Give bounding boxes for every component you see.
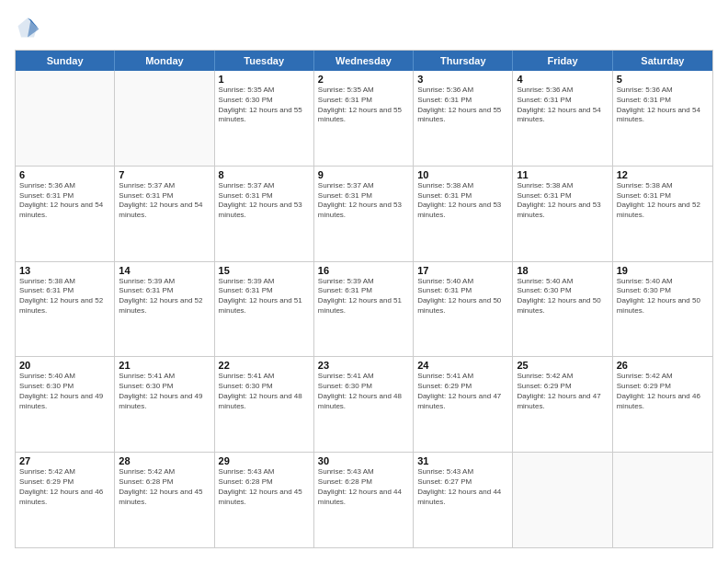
sunset-text: Sunset: 6:30 PM	[318, 382, 409, 392]
daylight-text: Daylight: 12 hours and 44 minutes.	[417, 488, 508, 508]
calendar-cell-5-2: 28Sunrise: 5:42 AMSunset: 6:28 PMDayligh…	[115, 453, 214, 547]
sunset-text: Sunset: 6:31 PM	[19, 286, 110, 296]
day-number: 11	[517, 169, 608, 180]
daylight-text: Daylight: 12 hours and 54 minutes.	[19, 201, 110, 221]
calendar-body: 1Sunrise: 5:35 AMSunset: 6:30 PMDaylight…	[16, 71, 712, 547]
daylight-text: Daylight: 12 hours and 50 minutes.	[417, 296, 508, 316]
sunrise-text: Sunrise: 5:42 AM	[19, 467, 110, 477]
sunrise-text: Sunrise: 5:40 AM	[517, 277, 608, 287]
sunset-text: Sunset: 6:30 PM	[219, 96, 310, 106]
header-day-monday: Monday	[115, 51, 214, 71]
daylight-text: Daylight: 12 hours and 49 minutes.	[19, 392, 110, 412]
calendar-cell-1-1	[16, 71, 115, 166]
sunset-text: Sunset: 6:28 PM	[219, 477, 310, 488]
sunrise-text: Sunrise: 5:41 AM	[219, 372, 310, 382]
sunset-text: Sunset: 6:31 PM	[119, 286, 210, 296]
calendar-cell-3-4: 16Sunrise: 5:39 AMSunset: 6:31 PMDayligh…	[314, 262, 414, 357]
sunset-text: Sunset: 6:29 PM	[19, 477, 110, 488]
sunset-text: Sunset: 6:31 PM	[517, 96, 608, 106]
daylight-text: Daylight: 12 hours and 51 minutes.	[219, 296, 310, 316]
sunset-text: Sunset: 6:31 PM	[219, 191, 310, 201]
daylight-text: Daylight: 12 hours and 48 minutes.	[318, 392, 409, 412]
sunset-text: Sunset: 6:31 PM	[318, 96, 409, 106]
day-number: 14	[119, 265, 210, 276]
day-number: 18	[517, 265, 608, 276]
sunrise-text: Sunrise: 5:36 AM	[417, 86, 508, 96]
sunset-text: Sunset: 6:27 PM	[417, 477, 508, 488]
logo-icon	[15, 15, 40, 40]
day-number: 17	[417, 265, 508, 276]
sunset-text: Sunset: 6:31 PM	[417, 96, 508, 106]
calendar-cell-2-2: 7Sunrise: 5:37 AMSunset: 6:31 PMDaylight…	[115, 167, 214, 261]
sunrise-text: Sunrise: 5:35 AM	[318, 86, 409, 96]
calendar-cell-3-1: 13Sunrise: 5:38 AMSunset: 6:31 PMDayligh…	[16, 262, 115, 357]
day-number: 30	[318, 455, 409, 466]
daylight-text: Daylight: 12 hours and 55 minutes.	[219, 106, 310, 126]
sunrise-text: Sunrise: 5:40 AM	[19, 372, 110, 382]
day-number: 10	[417, 169, 508, 180]
sunrise-text: Sunrise: 5:37 AM	[219, 181, 310, 191]
calendar-cell-2-7: 12Sunrise: 5:38 AMSunset: 6:31 PMDayligh…	[613, 167, 712, 261]
sunrise-text: Sunrise: 5:43 AM	[417, 467, 508, 477]
sunset-text: Sunset: 6:31 PM	[617, 96, 709, 106]
sunset-text: Sunset: 6:31 PM	[119, 191, 210, 201]
day-number: 29	[219, 455, 310, 466]
daylight-text: Daylight: 12 hours and 47 minutes.	[517, 392, 608, 412]
sunrise-text: Sunrise: 5:40 AM	[617, 277, 709, 287]
header-day-saturday: Saturday	[613, 51, 712, 71]
day-number: 9	[318, 169, 409, 180]
sunset-text: Sunset: 6:28 PM	[318, 477, 409, 488]
daylight-text: Daylight: 12 hours and 52 minutes.	[617, 201, 709, 221]
calendar-week-2: 6Sunrise: 5:36 AMSunset: 6:31 PMDaylight…	[16, 166, 712, 261]
daylight-text: Daylight: 12 hours and 49 minutes.	[119, 392, 210, 412]
day-number: 13	[19, 265, 110, 276]
sunrise-text: Sunrise: 5:41 AM	[417, 372, 508, 382]
daylight-text: Daylight: 12 hours and 44 minutes.	[318, 488, 409, 508]
sunrise-text: Sunrise: 5:42 AM	[119, 467, 210, 477]
calendar-cell-4-3: 22Sunrise: 5:41 AMSunset: 6:30 PMDayligh…	[215, 357, 314, 452]
header-day-tuesday: Tuesday	[215, 51, 314, 71]
daylight-text: Daylight: 12 hours and 46 minutes.	[617, 392, 709, 412]
sunrise-text: Sunrise: 5:41 AM	[318, 372, 409, 382]
sunset-text: Sunset: 6:30 PM	[19, 382, 110, 392]
sunrise-text: Sunrise: 5:42 AM	[617, 372, 709, 382]
header-day-sunday: Sunday	[16, 51, 115, 71]
sunrise-text: Sunrise: 5:39 AM	[318, 277, 409, 287]
daylight-text: Daylight: 12 hours and 55 minutes.	[318, 106, 409, 126]
calendar-cell-3-5: 17Sunrise: 5:40 AMSunset: 6:31 PMDayligh…	[414, 262, 513, 357]
calendar-header: SundayMondayTuesdayWednesdayThursdayFrid…	[16, 51, 712, 71]
sunset-text: Sunset: 6:31 PM	[318, 191, 409, 201]
calendar-week-5: 27Sunrise: 5:42 AMSunset: 6:29 PMDayligh…	[16, 452, 712, 547]
daylight-text: Daylight: 12 hours and 48 minutes.	[219, 392, 310, 412]
sunrise-text: Sunrise: 5:42 AM	[517, 372, 608, 382]
day-number: 5	[617, 74, 709, 85]
daylight-text: Daylight: 12 hours and 50 minutes.	[517, 296, 608, 316]
calendar-cell-1-4: 2Sunrise: 5:35 AMSunset: 6:31 PMDaylight…	[314, 71, 414, 166]
day-number: 27	[19, 455, 110, 466]
day-number: 2	[318, 74, 409, 85]
sunset-text: Sunset: 6:30 PM	[119, 382, 210, 392]
day-number: 12	[617, 169, 709, 180]
sunrise-text: Sunrise: 5:36 AM	[19, 181, 110, 191]
day-number: 31	[417, 455, 508, 466]
calendar-cell-5-5: 31Sunrise: 5:43 AMSunset: 6:27 PMDayligh…	[414, 453, 513, 547]
sunrise-text: Sunrise: 5:36 AM	[517, 86, 608, 96]
sunset-text: Sunset: 6:29 PM	[417, 382, 508, 392]
sunrise-text: Sunrise: 5:41 AM	[119, 372, 210, 382]
daylight-text: Daylight: 12 hours and 53 minutes.	[417, 201, 508, 221]
day-number: 22	[219, 360, 310, 371]
calendar-cell-5-1: 27Sunrise: 5:42 AMSunset: 6:29 PMDayligh…	[16, 453, 115, 547]
day-number: 23	[318, 360, 409, 371]
daylight-text: Daylight: 12 hours and 52 minutes.	[119, 296, 210, 316]
day-number: 7	[119, 169, 210, 180]
calendar-cell-1-7: 5Sunrise: 5:36 AMSunset: 6:31 PMDaylight…	[613, 71, 712, 166]
calendar-cell-2-3: 8Sunrise: 5:37 AMSunset: 6:31 PMDaylight…	[215, 167, 314, 261]
calendar-cell-1-2	[115, 71, 214, 166]
calendar-cell-5-6	[513, 453, 612, 547]
daylight-text: Daylight: 12 hours and 54 minutes.	[617, 106, 709, 126]
sunrise-text: Sunrise: 5:43 AM	[318, 467, 409, 477]
calendar-cell-4-7: 26Sunrise: 5:42 AMSunset: 6:29 PMDayligh…	[613, 357, 712, 452]
calendar-cell-5-7	[613, 453, 712, 547]
calendar-cell-3-3: 15Sunrise: 5:39 AMSunset: 6:31 PMDayligh…	[215, 262, 314, 357]
sunrise-text: Sunrise: 5:38 AM	[417, 181, 508, 191]
